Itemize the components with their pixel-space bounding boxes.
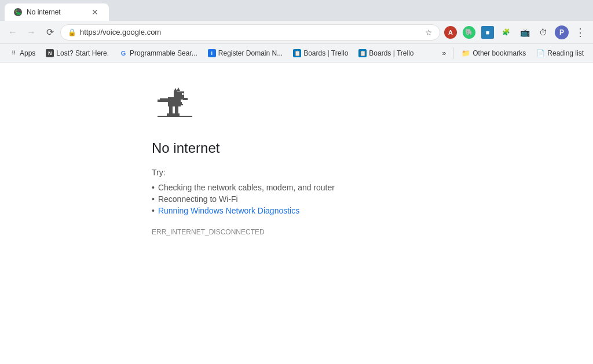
history-icon-button[interactable]: ⏱ xyxy=(535,24,551,41)
more-icon: ⋮ xyxy=(575,26,586,39)
svg-rect-7 xyxy=(178,102,182,104)
more-menu-button[interactable]: ⋮ xyxy=(572,24,588,41)
bookmark-register[interactable]: I Register Domain N... xyxy=(203,46,287,60)
network-diagnostics-link[interactable]: Running Windows Network Diagnostics xyxy=(158,206,299,215)
bookmark-trello1-label: Boards | Trello xyxy=(303,49,348,57)
svg-rect-3 xyxy=(182,94,183,94)
svg-rect-10 xyxy=(175,106,178,115)
more-bookmarks-icon: » xyxy=(442,49,446,57)
bookmarks-separator xyxy=(453,47,453,59)
puzzle-icon: 🧩 xyxy=(500,26,513,39)
dino-svg xyxy=(152,86,198,126)
bookmark-apps-label: Apps xyxy=(20,49,35,57)
back-button[interactable]: ← xyxy=(5,24,21,41)
blue-ext-icon: ■ xyxy=(481,26,494,39)
folder-icon: 📁 xyxy=(462,49,470,57)
svg-rect-5 xyxy=(160,98,168,102)
trello1-icon: 📋 xyxy=(293,49,301,57)
bookmarks-bar: ⠿ Apps N Lost? Start Here. G Programmabl… xyxy=(0,44,593,62)
address-bar[interactable]: 🔒 https://voice.google.com ☆ xyxy=(60,24,440,41)
more-bookmarks-button[interactable]: » xyxy=(439,46,450,60)
suggestion-3: Running Windows Network Diagnostics xyxy=(152,205,441,216)
evernote-icon: 🐘 xyxy=(463,26,475,39)
tab-close-button[interactable]: ✕ xyxy=(90,8,100,17)
adblock-icon: A xyxy=(444,26,457,39)
google-icon: G xyxy=(119,49,127,57)
bookmark-register-label: Register Domain N... xyxy=(218,49,283,57)
toolbar-icons: A 🐘 ■ 🧩 📺 ⏱ P ⋮ xyxy=(442,24,588,41)
history-icon: ⏱ xyxy=(539,28,547,37)
bookmark-lost[interactable]: N Lost? Start Here. xyxy=(41,46,114,60)
active-tab[interactable]: 🦕 No internet ✕ xyxy=(5,3,109,21)
reading-list-label: Reading list xyxy=(547,49,584,57)
suggestions-list: Checking the network cables, modem, and … xyxy=(152,182,441,216)
svg-rect-6 xyxy=(158,100,161,102)
suggestion-1: Checking the network cables, modem, and … xyxy=(152,182,441,193)
error-container: No internet Try: Checking the network ca… xyxy=(152,86,441,341)
svg-marker-15 xyxy=(177,87,180,91)
other-bookmarks-label: Other bookmarks xyxy=(473,49,526,57)
page-content: No internet Try: Checking the network ca… xyxy=(0,62,593,364)
tab-bar: 🦕 No internet ✕ xyxy=(0,0,593,21)
tab-favicon: 🦕 xyxy=(14,8,22,16)
adblock-icon-button[interactable]: A xyxy=(442,24,459,41)
register-icon: I xyxy=(208,49,216,57)
bookmark-trello1[interactable]: 📋 Boards | Trello xyxy=(288,46,353,60)
suggestion-1-text: Checking the network cables, modem, and … xyxy=(158,183,335,192)
svg-rect-9 xyxy=(169,106,173,115)
suggestion-2: Reconnecting to Wi-Fi xyxy=(152,193,441,205)
error-title: No internet xyxy=(152,140,441,156)
svg-marker-14 xyxy=(174,88,177,91)
bookmark-apps[interactable]: ⠿ Apps xyxy=(5,46,40,60)
cast-icon-button[interactable]: 📺 xyxy=(517,24,533,41)
lost-icon: N xyxy=(46,49,54,57)
bookmark-programmable-label: Programmable Sear... xyxy=(130,49,197,57)
suggestion-2-text: Reconnecting to Wi-Fi xyxy=(158,194,238,204)
lock-icon: 🔒 xyxy=(68,28,76,36)
evernote-icon-button[interactable]: 🐘 xyxy=(461,24,477,41)
profile-avatar: P xyxy=(555,25,569,39)
bookmark-lost-label: Lost? Start Here. xyxy=(56,49,109,57)
puzzle-icon-button[interactable]: 🧩 xyxy=(498,24,514,41)
url-text: https://voice.google.com xyxy=(80,28,422,36)
forward-button[interactable]: → xyxy=(23,24,39,41)
apps-icon: ⠿ xyxy=(9,49,17,57)
cast-icon: 📺 xyxy=(520,28,530,37)
bookmark-trello2-label: Boards | Trello xyxy=(369,49,413,57)
other-bookmarks-button[interactable]: 📁 Other bookmarks xyxy=(457,46,530,60)
svg-rect-1 xyxy=(174,91,184,100)
blue-ext-icon-button[interactable]: ■ xyxy=(479,24,496,41)
svg-rect-4 xyxy=(183,98,188,100)
svg-rect-8 xyxy=(181,104,183,105)
reload-button[interactable]: ⟳ xyxy=(42,24,58,41)
profile-avatar-button[interactable]: P xyxy=(554,24,570,41)
bookmark-programmable[interactable]: G Programmable Sear... xyxy=(115,46,202,60)
svg-rect-11 xyxy=(167,113,174,116)
dino-container xyxy=(152,86,441,128)
svg-rect-13 xyxy=(158,116,192,117)
bookmark-trello2[interactable]: 📋 Boards | Trello xyxy=(354,46,418,60)
reading-list-icon: 📄 xyxy=(536,49,545,57)
error-code: ERR_INTERNET_DISCONNECTED xyxy=(152,228,441,236)
reading-list-button[interactable]: 📄 Reading list xyxy=(532,46,588,60)
svg-rect-12 xyxy=(174,113,180,116)
try-label: Try: xyxy=(152,168,441,177)
toolbar: ← → ⟳ 🔒 https://voice.google.com ☆ A 🐘 ■… xyxy=(0,21,593,44)
trello2-icon: 📋 xyxy=(358,49,367,57)
tab-title: No internet xyxy=(27,8,61,16)
bookmark-star-button[interactable]: ☆ xyxy=(425,28,433,37)
